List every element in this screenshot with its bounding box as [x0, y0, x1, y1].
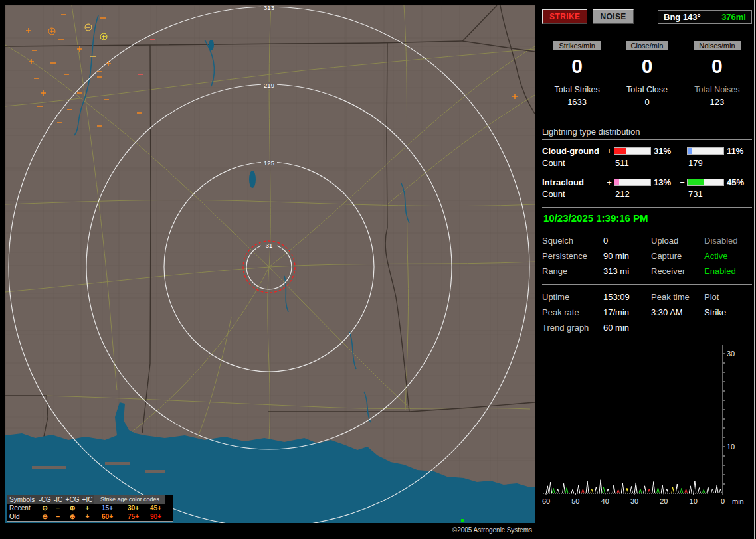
total-strikes-label: Total Strikes [555, 85, 600, 94]
cg-minus-percent: 11% [724, 146, 752, 156]
squelch-label: Squelch [542, 236, 603, 246]
peak-time-label: Peak time [651, 292, 704, 302]
ic-plus-percent: 13% [651, 177, 678, 187]
cloud-ground-label: Cloud-ground [542, 146, 605, 156]
ic-minus-count: 731 [687, 189, 724, 199]
total-strikes-value: 1633 [567, 97, 587, 107]
capture-label: Capture [651, 251, 704, 261]
age-75: 75+ [120, 512, 146, 521]
legend-symbols-title: Symbols [7, 495, 38, 504]
svg-text:0: 0 [721, 497, 725, 505]
age-60: 60+ [94, 512, 120, 521]
close-per-min-column: Close/min 0 Total Close 0 [612, 41, 682, 107]
bearing-value: Bng 143° [664, 12, 701, 22]
uptime-value: 153:09 [603, 292, 651, 302]
strikes-per-min-column: Strikes/min 0 Total Strikes 1633 [542, 41, 612, 107]
total-noises-label: Total Noises [694, 85, 739, 94]
svg-text:30: 30 [727, 350, 735, 358]
receiver-label: Receiver [651, 266, 704, 276]
old-label: Old [7, 512, 38, 521]
cloud-ground-row: Cloud-ground + 31% − 11% [542, 146, 752, 156]
noises-per-min-column: Noises/min 0 Total Noises 123 [682, 41, 752, 107]
cg-plus-percent: 31% [651, 146, 678, 156]
cg-plus-count: 511 [614, 158, 651, 168]
svg-text:313: 313 [264, 5, 274, 11]
trend-window-value: 60 min [603, 323, 651, 333]
cg-plus-bar [614, 147, 651, 155]
recent-cg-minus-icon: ⊖ [38, 504, 52, 512]
strike-legend: Symbols -CG -IC +CG +IC Strike age color… [7, 495, 173, 522]
distribution-title: Lightning type distribution [542, 127, 752, 140]
peak-time-value: 3:30 AM [651, 307, 704, 317]
plus-sign: + [605, 146, 614, 156]
trend-graph-label: Trend graph [542, 323, 603, 333]
svg-text:min: min [732, 497, 744, 505]
legend-col-pos-ic: +IC [80, 495, 94, 504]
cloud-ground-count-row: Count 511 179 [542, 158, 752, 168]
svg-text:125: 125 [264, 159, 274, 167]
old-cg-plus-icon: ⊕ [64, 512, 80, 521]
age-30: 30+ [120, 504, 146, 512]
old-cg-minus-icon: ⊖ [38, 512, 52, 521]
recent-cg-plus-icon: ⊕ [64, 504, 80, 512]
legend-old-row: Old ⊖ − ⊕ + 60+ 75+ 90+ [7, 512, 173, 521]
datetime: 10/23/2025 1:39:16 PM [542, 208, 752, 228]
plot-label: Plot [704, 292, 747, 302]
divider [542, 228, 752, 228]
age-45: 45+ [146, 504, 165, 512]
strikes-per-min-chip: Strikes/min [553, 41, 600, 50]
legend-col-pos-cg: +CG [64, 495, 80, 504]
receiver-value: Enabled [704, 266, 747, 276]
strikes-per-min-value: 0 [571, 55, 583, 78]
intracloud-row: Intracloud + 13% − 45% [542, 177, 752, 187]
recent-ic-plus-icon: + [80, 504, 94, 512]
svg-text:40: 40 [601, 497, 609, 505]
upload-value: Disabled [704, 236, 747, 246]
bearing-box: Bng 143° 376mi [658, 10, 752, 24]
age-15: 15+ [94, 504, 120, 512]
noises-per-min-value: 0 [711, 55, 723, 78]
cg-minus-bar [687, 147, 724, 155]
svg-text:219: 219 [264, 82, 274, 89]
cg-minus-count: 179 [687, 158, 724, 168]
window-edge [754, 0, 755, 539]
lightning-map[interactable]: 31321912531 [5, 5, 535, 523]
map-panel[interactable]: 31321912531 Symbols -CG -IC +CG +IC Stri… [5, 5, 535, 523]
ic-plus-bar [614, 179, 651, 186]
uptime-label: Uptime [542, 292, 603, 302]
divider [542, 284, 752, 285]
age-90: 90+ [146, 512, 165, 521]
close-per-min-chip: Close/min [626, 41, 669, 50]
persistence-value: 90 min [603, 251, 651, 261]
range-value: 313 mi [603, 266, 651, 276]
mode-row: STRIKE NOISE Bng 143° 376mi [542, 9, 752, 24]
strike-mode-button[interactable]: STRIKE [542, 9, 587, 24]
minus-sign: − [678, 146, 687, 156]
intracloud-label: Intracloud [542, 177, 605, 187]
svg-text:10: 10 [727, 443, 735, 451]
count-label: Count [542, 189, 605, 199]
noise-mode-button[interactable]: NOISE [593, 9, 633, 24]
svg-text:30: 30 [630, 497, 638, 505]
ic-minus-percent: 45% [724, 177, 752, 187]
persistence-label: Persistence [542, 251, 603, 261]
legend-recent-row: Recent ⊖ − ⊕ + 15+ 30+ 45+ [7, 504, 173, 512]
noises-per-min-chip: Noises/min [694, 41, 740, 50]
old-ic-plus-icon: + [80, 512, 94, 521]
svg-text:10: 10 [690, 497, 698, 505]
svg-text:50: 50 [571, 497, 579, 505]
recent-label: Recent [7, 504, 38, 512]
squelch-value: 0 [603, 236, 651, 246]
legend-col-neg-cg: -CG [38, 495, 52, 504]
total-close-label: Total Close [626, 85, 668, 94]
old-ic-minus-icon: − [52, 512, 64, 521]
total-noises-value: 123 [710, 97, 725, 107]
peak-rate-label: Peak rate [542, 307, 603, 317]
count-label: Count [542, 158, 605, 168]
svg-text:20: 20 [660, 497, 668, 505]
peak-rate-value: 17/min [603, 307, 651, 317]
trend-graph: 30106050403020100min [542, 335, 749, 509]
sidebar: STRIKE NOISE Bng 143° 376mi Strikes/min … [542, 5, 752, 536]
legend-header-row: Symbols -CG -IC +CG +IC Strike age color… [7, 495, 173, 504]
capture-value: Active [704, 251, 747, 261]
